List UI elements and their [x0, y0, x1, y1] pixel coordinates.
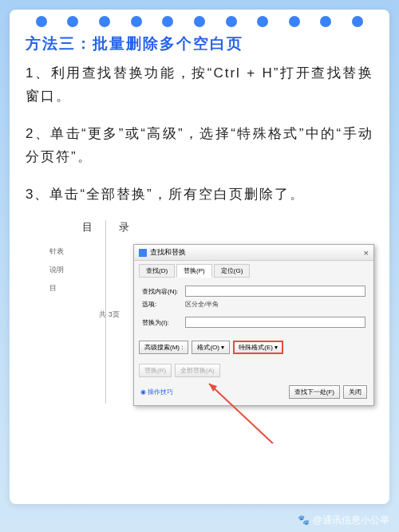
find-next-button[interactable]: 查找下一处(F)	[289, 385, 340, 399]
options-label: 选项:	[142, 300, 180, 309]
close-button[interactable]: ×	[364, 248, 369, 258]
find-replace-dialog: 查找和替换 × 查找(D) 替换(P) 定位(G) 查找内容(N): 选项: 区…	[133, 244, 374, 406]
dialog-button-row-1: 高级搜索(M) : 格式(O) ▾ 特殊格式(E) ▾	[134, 336, 373, 359]
toc-heading: 目 录	[34, 220, 185, 234]
toc-name: 针表	[49, 246, 64, 257]
dialog-button-row-2: 替换(R) 全部替换(A)	[134, 359, 373, 382]
dialog-title: 查找和替换	[150, 247, 186, 258]
find-input[interactable]	[185, 286, 365, 297]
dialog-body: 查找内容(N): 选项: 区分全/半角 替换为(I):	[134, 278, 373, 336]
replace-all-button[interactable]: 全部替换(A)	[175, 364, 220, 377]
tip-link[interactable]: ◉ 操作技巧	[140, 388, 173, 396]
tab-goto[interactable]: 定位(G)	[214, 264, 251, 278]
replace-label: 替换为(I):	[142, 318, 180, 327]
format-button[interactable]: 格式(O) ▾	[192, 341, 230, 354]
step-2: 2、单击“更多”或“高级”，选择“特殊格式”中的“手动分页符”。	[26, 123, 373, 169]
replace-button[interactable]: 替换(R)	[139, 364, 172, 377]
binding-holes	[10, 16, 389, 27]
options-value: 区分全/半角	[185, 300, 219, 309]
screenshot-area: 目 录 针表 1 页 说明 1 页 目 1 页 共 3页 查找和替换 ×	[26, 220, 373, 420]
find-label: 查找内容(N):	[142, 287, 180, 296]
special-format-button[interactable]: 特殊格式(E) ▾	[233, 341, 283, 354]
dialog-icon	[139, 249, 147, 257]
step-1: 1、利用查找替换功能，按“Ctrl + H”打开查找替换窗口。	[26, 62, 373, 108]
dialog-titlebar: 查找和替换 ×	[134, 245, 373, 261]
watermark: 🐾 @通讯信息小公举	[298, 514, 389, 527]
step-3: 3、单击“全部替换”，所有空白页删除了。	[26, 183, 373, 207]
dialog-footer: ◉ 操作技巧 查找下一处(F) 关闭	[134, 382, 373, 405]
method-title: 方法三：批量删除多个空白页	[26, 33, 373, 54]
close-dialog-button[interactable]: 关闭	[343, 385, 367, 399]
dialog-tabs: 查找(D) 替换(P) 定位(G)	[134, 261, 373, 278]
tab-replace[interactable]: 替换(P)	[176, 264, 212, 278]
toc-name: 目	[49, 283, 57, 294]
replace-input[interactable]	[185, 317, 365, 328]
toc-name: 说明	[49, 265, 64, 275]
tab-find[interactable]: 查找(D)	[139, 264, 175, 278]
notepad: 方法三：批量删除多个空白页 1、利用查找替换功能，按“Ctrl + H”打开查找…	[10, 10, 389, 504]
more-button[interactable]: 高级搜索(M) :	[139, 341, 188, 354]
